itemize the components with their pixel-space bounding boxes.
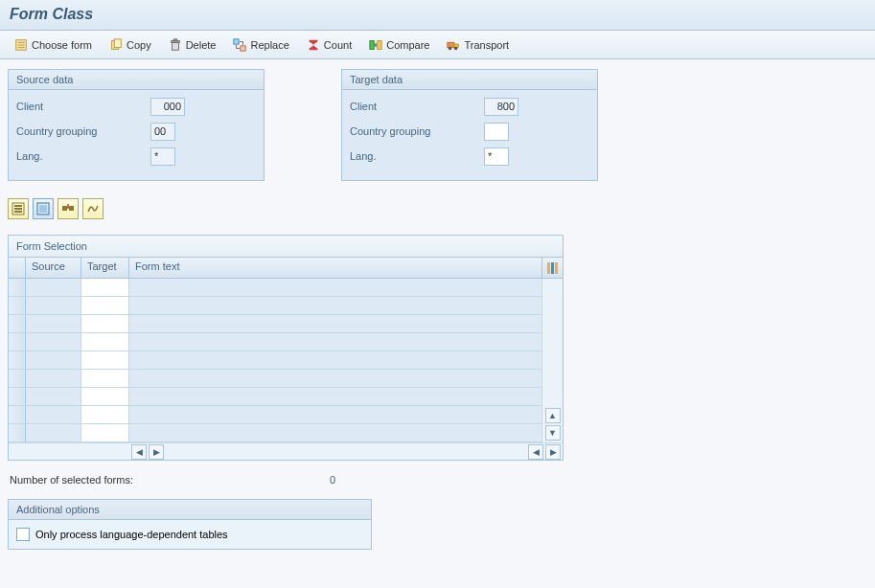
source-lang-label: Lang. <box>16 150 150 162</box>
svg-rect-19 <box>14 208 22 210</box>
choose-form-button[interactable]: Choose form <box>8 34 99 56</box>
scroll-down-icon[interactable]: ▼ <box>545 425 561 441</box>
form-selection-panel: Form Selection Source Target Form text <box>8 235 564 461</box>
title-bar: Form Class <box>0 0 875 31</box>
svg-rect-27 <box>555 262 558 274</box>
svg-rect-12 <box>378 40 381 49</box>
count-button[interactable]: Count <box>300 34 358 56</box>
grid-config-button[interactable] <box>541 258 563 278</box>
table-row[interactable] <box>9 279 541 297</box>
additional-options-panel: Additional options Only process language… <box>8 499 372 550</box>
selected-count-row: Number of selected forms: 0 <box>8 468 867 499</box>
icon-button-1[interactable] <box>8 198 29 219</box>
table-row[interactable] <box>9 315 541 333</box>
choose-form-label: Choose form <box>32 39 92 51</box>
svg-rect-13 <box>448 42 454 47</box>
copy-button[interactable]: Copy <box>103 34 158 56</box>
target-client-label: Client <box>350 101 484 112</box>
form-selection-title: Form Selection <box>9 236 563 258</box>
table-row[interactable] <box>9 351 541 370</box>
content-area: Source data Client Country grouping Lang… <box>0 59 875 559</box>
lang-dependent-checkbox[interactable] <box>16 528 30 541</box>
icon-button-3[interactable] <box>58 198 79 219</box>
svg-rect-20 <box>14 211 22 213</box>
form-icon <box>14 38 28 52</box>
compare-button[interactable]: Compare <box>362 34 436 56</box>
compare-label: Compare <box>386 39 429 51</box>
table-row[interactable] <box>9 388 541 406</box>
icon-button-2[interactable] <box>33 198 54 219</box>
table-row[interactable] <box>9 424 541 442</box>
target-lang-input[interactable] <box>484 147 509 166</box>
count-label: Count <box>324 39 352 51</box>
source-client-input[interactable] <box>150 98 185 116</box>
icon-button-4[interactable] <box>82 198 104 219</box>
svg-rect-9 <box>234 38 239 43</box>
scroll-right-icon[interactable]: ▶ <box>149 444 164 460</box>
delete-label: Delete <box>186 39 217 51</box>
grid-corner <box>9 258 26 278</box>
svg-rect-18 <box>14 205 22 207</box>
svg-rect-10 <box>241 45 245 50</box>
svg-rect-5 <box>114 38 121 47</box>
icon-toolbar <box>8 198 867 219</box>
svg-rect-24 <box>69 206 74 211</box>
replace-icon <box>233 38 246 52</box>
scroll-right-icon[interactable]: ▶ <box>545 444 561 460</box>
horizontal-scrollbar[interactable]: ◀ ▶ ◀ ▶ <box>9 442 563 460</box>
data-panels-row: Source data Client Country grouping Lang… <box>8 69 867 181</box>
svg-rect-23 <box>62 206 67 211</box>
main-toolbar: Choose form Copy Delete Replace Count Co… <box>0 31 875 59</box>
copy-icon <box>109 38 123 52</box>
grid-header: Source Target Form text <box>9 258 563 279</box>
grid-body: ▲ ▼ <box>9 279 563 442</box>
source-data-panel: Source data Client Country grouping Lang… <box>8 69 265 181</box>
svg-rect-22 <box>39 205 47 213</box>
target-client-input[interactable] <box>484 98 518 116</box>
scroll-up-icon[interactable]: ▲ <box>545 408 561 423</box>
target-country-label: Country grouping <box>350 125 484 137</box>
col-header-formtext[interactable]: Form text <box>129 258 541 278</box>
source-client-label: Client <box>16 101 150 112</box>
svg-rect-8 <box>173 38 177 40</box>
truck-icon <box>447 38 460 52</box>
scroll-left-icon[interactable]: ◀ <box>131 444 147 460</box>
replace-button[interactable]: Replace <box>226 34 295 56</box>
source-lang-input[interactable] <box>150 147 175 166</box>
target-country-input[interactable] <box>484 123 509 141</box>
replace-label: Replace <box>250 39 288 51</box>
selected-count-label: Number of selected forms: <box>10 474 278 486</box>
page-title: Form Class <box>10 6 865 23</box>
col-header-target[interactable]: Target <box>81 258 129 278</box>
vertical-scrollbar[interactable]: ▲ ▼ <box>541 279 563 442</box>
svg-rect-11 <box>370 40 374 49</box>
transport-button[interactable]: Transport <box>440 34 516 56</box>
col-header-source[interactable]: Source <box>26 258 81 278</box>
svg-rect-26 <box>551 262 554 274</box>
source-panel-title: Source data <box>9 70 264 90</box>
options-title: Additional options <box>9 500 371 520</box>
source-country-input[interactable] <box>150 123 175 141</box>
copy-label: Copy <box>127 39 151 51</box>
target-panel-title: Target data <box>342 70 597 90</box>
table-row[interactable] <box>9 370 541 388</box>
sum-icon <box>307 38 320 52</box>
table-row[interactable] <box>9 297 541 315</box>
trash-icon <box>169 38 182 52</box>
source-country-label: Country grouping <box>16 125 150 137</box>
target-lang-label: Lang. <box>350 150 484 162</box>
scroll-left-icon[interactable]: ◀ <box>528 444 543 460</box>
svg-rect-6 <box>172 42 178 50</box>
lang-dependent-label: Only process language-dependent tables <box>35 529 228 540</box>
transport-label: Transport <box>464 39 509 51</box>
table-row[interactable] <box>9 406 541 424</box>
target-data-panel: Target data Client Country grouping Lang… <box>341 69 598 181</box>
svg-rect-25 <box>547 262 550 274</box>
compare-icon <box>369 38 382 52</box>
selected-count-value: 0 <box>278 474 335 486</box>
table-row[interactable] <box>9 333 541 351</box>
svg-point-16 <box>454 46 458 50</box>
svg-point-15 <box>449 46 452 50</box>
delete-button[interactable]: Delete <box>162 34 223 56</box>
